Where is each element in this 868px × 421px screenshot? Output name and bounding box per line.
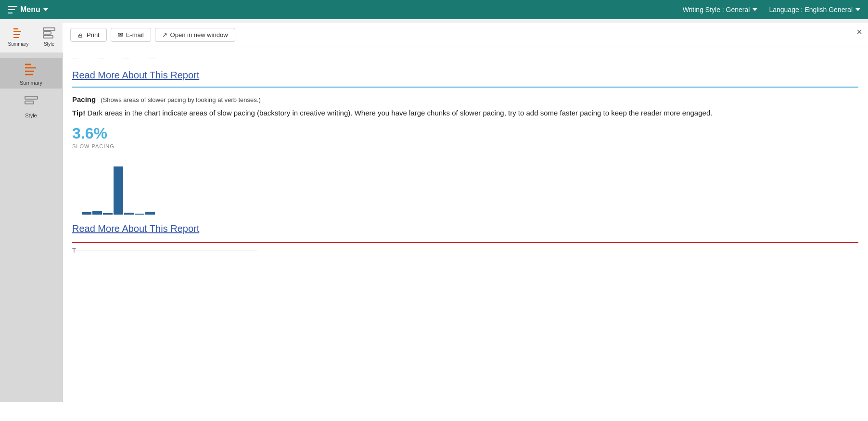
svg-rect-5	[43, 32, 51, 34]
language-dropdown[interactable]: Language : English General	[769, 6, 860, 13]
chart-bar-1	[82, 212, 91, 215]
style-label: Style	[44, 41, 54, 47]
slow-pacing-label: SLOW PACING	[72, 143, 858, 149]
sidebar-summary-icon	[23, 61, 40, 78]
summary-label: Summary	[8, 41, 29, 47]
red-divider-1	[72, 242, 858, 243]
menu-icon	[8, 6, 17, 13]
email-button[interactable]: ✉ E-mail	[111, 28, 151, 42]
pacing-chart	[72, 157, 858, 219]
summary-icon	[11, 25, 26, 40]
print-icon: 🖨	[77, 31, 84, 38]
read-more-link-1[interactable]: Read More About This Report	[72, 70, 858, 81]
chart-bar-6	[135, 214, 144, 215]
toolbar-item-style[interactable]: Style	[35, 23, 64, 49]
partial-bottom-text: T—————————————————————————————	[72, 247, 858, 256]
chart-bar-7	[145, 212, 155, 215]
slow-pacing-value: 3.6%	[72, 125, 858, 142]
top-bar-right: Writing Style : General Language : Engli…	[683, 6, 860, 13]
tip-bold-label: Tip!	[72, 109, 85, 117]
sidebar-style-label: Style	[25, 113, 37, 118]
pacing-title-text: Pacing	[72, 95, 96, 103]
pacing-tip: Tip! Dark areas in the chart indicate ar…	[72, 107, 858, 119]
partial-dash-2: —	[98, 55, 104, 62]
modal-close-button[interactable]: ×	[856, 27, 862, 37]
report-modal: × 🖨 Print ✉ E-mail ↗ Open in new window …	[63, 23, 868, 421]
writing-style-chevron-icon	[753, 8, 757, 11]
main-area: Summary Style × 🖨 Print ✉ E-mail	[0, 53, 868, 421]
toolbar-item-summary[interactable]: Summary	[4, 23, 33, 49]
svg-rect-31	[25, 96, 38, 99]
chart-bar-5	[124, 213, 134, 215]
read-more-link-2[interactable]: Read More About This Report	[72, 223, 858, 234]
chart-bar-2	[92, 211, 102, 215]
language-chevron-icon	[855, 8, 860, 11]
svg-rect-4	[43, 28, 55, 30]
blue-divider-1	[72, 87, 858, 88]
print-label: Print	[87, 31, 100, 38]
partial-top-content: — — — —	[72, 55, 858, 62]
email-label: E-mail	[126, 31, 144, 38]
writing-style-label: Writing Style : General	[683, 6, 750, 13]
language-label: Language : English General	[769, 6, 853, 13]
open-new-window-label: Open in new window	[170, 31, 228, 38]
partial-dash-4: —	[149, 55, 155, 62]
open-new-window-button[interactable]: ↗ Open in new window	[155, 28, 235, 42]
svg-rect-32	[25, 101, 34, 104]
modal-content: — — — — Read More About This Report Paci…	[63, 47, 868, 421]
sidebar-style-icon	[23, 93, 40, 111]
pacing-title: Pacing (Shows areas of slower pacing by …	[72, 95, 858, 103]
sidebar: Summary Style	[0, 53, 63, 421]
email-icon: ✉	[118, 31, 123, 38]
writing-style-dropdown[interactable]: Writing Style : General	[683, 6, 758, 13]
modal-toolbar: 🖨 Print ✉ E-mail ↗ Open in new window	[63, 23, 868, 47]
menu-section[interactable]: Menu	[8, 5, 48, 14]
svg-rect-6	[43, 36, 53, 38]
sidebar-item-style[interactable]: Style	[0, 90, 62, 121]
partial-dash-3: —	[123, 55, 129, 62]
pacing-subtitle: (Shows areas of slower pacing by looking…	[101, 96, 260, 103]
chart-bar-3	[103, 213, 113, 215]
top-bar: Menu Writing Style : General Language : …	[0, 0, 868, 19]
sidebar-summary-label: Summary	[20, 80, 42, 86]
menu-chevron-icon	[43, 8, 48, 11]
tip-body: Dark areas in the chart indicate areas o…	[85, 109, 712, 117]
pacing-section: Pacing (Shows areas of slower pacing by …	[72, 95, 858, 219]
style-icon	[41, 25, 57, 40]
menu-label: Menu	[20, 5, 40, 14]
sidebar-item-summary[interactable]: Summary	[0, 58, 62, 89]
partial-dash-1: —	[72, 55, 78, 62]
open-new-window-icon: ↗	[162, 31, 167, 38]
chart-bar-4	[114, 166, 123, 215]
print-button[interactable]: 🖨 Print	[70, 28, 107, 42]
